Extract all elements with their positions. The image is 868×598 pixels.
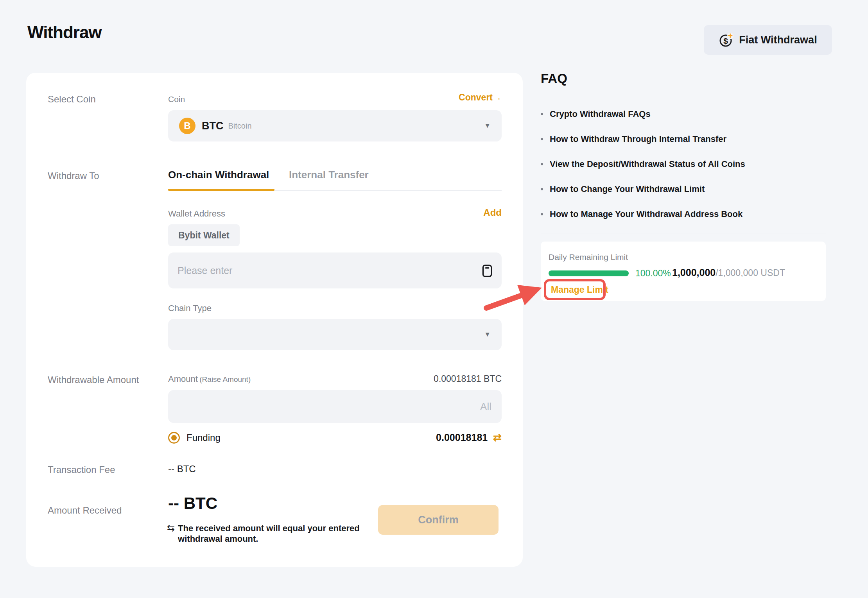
svg-text:$: $ xyxy=(724,36,728,45)
amount-received-section-label: Amount Received xyxy=(48,505,122,516)
faq-link-deposit-withdrawal-status[interactable]: View the Deposit/Withdrawal Status of Al… xyxy=(541,159,745,170)
chevron-down-icon: ▼ xyxy=(484,331,491,338)
withdraw-form-card: Select Coin Coin Convert→ B BTC Bitcoin … xyxy=(26,73,523,567)
faq-link-crypto-withdrawal-faqs[interactable]: Crypto Withdrawal FAQs xyxy=(541,109,651,120)
convert-arrow-icon: → xyxy=(493,92,502,102)
limit-total: /1,000,000 USDT xyxy=(716,268,785,278)
amount-input[interactable] xyxy=(168,390,502,423)
available-amount-value: 0.00018181 BTC xyxy=(434,374,502,384)
faq-divider xyxy=(541,233,826,233)
coin-select-dropdown[interactable]: B BTC Bitcoin ▼ xyxy=(168,110,502,141)
page-title: Withdraw xyxy=(27,23,102,42)
bullet-icon xyxy=(541,163,543,165)
fiat-dollar-icon: $ + xyxy=(719,32,733,47)
faq-list: Crypto Withdrawal FAQs How to Withdraw T… xyxy=(541,109,826,226)
chevron-down-icon: ▼ xyxy=(484,122,491,130)
bullet-icon xyxy=(541,138,543,140)
received-note: ⇆ The received amount will equal your en… xyxy=(167,523,365,544)
coin-symbol: BTC xyxy=(202,120,224,132)
limit-progress-bar xyxy=(549,270,629,276)
received-note-text: The received amount will equal your ente… xyxy=(178,523,365,544)
bybit-wallet-chip[interactable]: Bybit Wallet xyxy=(168,224,240,246)
add-address-link[interactable]: Add xyxy=(483,207,502,218)
convert-link[interactable]: Convert→ xyxy=(459,92,502,103)
amount-field-wrap xyxy=(168,390,502,423)
bullet-icon xyxy=(541,113,543,115)
funding-radio-option[interactable]: Funding xyxy=(168,432,221,444)
tab-internal-transfer[interactable]: Internal Transfer xyxy=(289,169,369,181)
limit-percent: 100.00% xyxy=(635,268,671,279)
wallet-address-input[interactable] xyxy=(168,252,502,288)
transfer-swap-icon[interactable]: ⇄ xyxy=(493,431,502,444)
amount-field-sublabel: (Raise Amount) xyxy=(199,375,251,383)
wallet-address-field-wrap xyxy=(168,252,502,288)
chain-type-dropdown[interactable]: ▼ xyxy=(168,319,502,350)
amount-field-label: Amount xyxy=(168,374,198,384)
bidirectional-arrows-icon: ⇆ xyxy=(167,523,175,533)
bitcoin-icon: B xyxy=(179,118,195,134)
tab-onchain-withdrawal[interactable]: On-chain Withdrawal xyxy=(168,169,269,181)
daily-limit-card: Daily Remaining Limit 100.00% 1,000,000/… xyxy=(541,242,826,301)
active-tab-underline xyxy=(168,189,274,191)
faq-link-change-withdrawal-limit[interactable]: How to Change Your Withdrawal Limit xyxy=(541,184,705,195)
bullet-icon xyxy=(541,213,543,215)
svg-text:+: + xyxy=(728,32,733,41)
confirm-button[interactable]: Confirm xyxy=(378,505,499,535)
limit-amounts: 1,000,000/1,000,000 USDT xyxy=(672,267,785,278)
limit-current: 1,000,000 xyxy=(672,267,716,278)
amount-label-row: Amount (Raise Amount) 0.00018181 BTC xyxy=(168,374,502,384)
funding-row: Funding 0.00018181 ⇄ xyxy=(168,431,502,444)
amount-received-value: -- BTC xyxy=(168,494,217,513)
withdraw-to-section-label: Withdraw To xyxy=(48,170,99,181)
chain-type-label: Chain Type xyxy=(168,303,212,313)
radio-selected-icon xyxy=(168,432,180,444)
faq-title: FAQ xyxy=(541,71,567,86)
transaction-fee-value: -- BTC xyxy=(168,464,196,474)
faq-link-manage-address-book[interactable]: How to Manage Your Withdrawal Address Bo… xyxy=(541,209,742,220)
fiat-withdrawal-label: Fiat Withdrawal xyxy=(739,34,817,46)
manage-limit-link[interactable]: Manage Limit xyxy=(551,285,608,295)
bullet-icon xyxy=(541,188,543,190)
coin-name: Bitcoin xyxy=(228,122,252,131)
funding-balance-value: 0.00018181 xyxy=(436,432,488,443)
select-coin-section-label: Select Coin xyxy=(48,94,96,105)
coin-field-label: Coin xyxy=(168,95,185,104)
fiat-withdrawal-button[interactable]: $ + Fiat Withdrawal xyxy=(704,25,832,55)
funding-label: Funding xyxy=(187,432,221,443)
transaction-fee-section-label: Transaction Fee xyxy=(48,464,115,475)
withdrawable-amount-section-label: Withdrawable Amount xyxy=(48,374,139,385)
annotation-arrow xyxy=(465,274,551,320)
faq-link-internal-transfer[interactable]: How to Withdraw Through Internal Transfe… xyxy=(541,134,726,145)
daily-limit-title: Daily Remaining Limit xyxy=(549,252,628,262)
wallet-address-label: Wallet Address xyxy=(168,209,225,219)
